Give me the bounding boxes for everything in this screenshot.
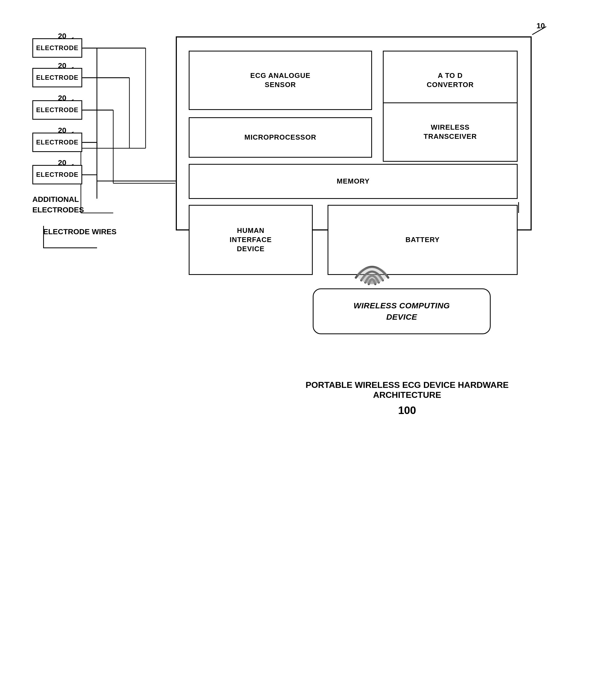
electrode-wires-line-h [43,247,97,248]
wireless-transceiver-box: WIRELESSTRANSCEIVER [383,103,518,162]
ecg-sensor-label: ECG ANALOGUESENSOR [250,71,310,89]
wireless-computing-device-label: WIRELESS COMPUTINGDEVICE [353,300,450,323]
wifi-icon [345,251,399,286]
hid-label: HUMANINTERFACEDEVICE [230,226,272,253]
wireless-computing-device-box: WIRELESS COMPUTINGDEVICE [313,288,491,334]
electrode-5: ELECTRODE [32,165,82,184]
wire-5-h [82,174,97,175]
diagram-number: 100 [356,404,458,416]
wire-3-h [82,110,113,111]
hid-box: HUMANINTERFACEDEVICE [189,205,313,275]
footer-title: PORTABLE WIRELESS ECG DEVICE HARDWARE AR… [286,380,529,400]
atod-box: A TO DCONVERTOR [383,51,518,110]
wireless-transceiver-label: WIRELESSTRANSCEIVER [424,123,477,141]
electrode-1: ELECTRODE [32,38,82,58]
battery-label: BATTERY [405,235,440,244]
microprocessor-box: MICROPROCESSOR [189,117,372,158]
electrode-2: ELECTRODE [32,68,82,87]
ecg-sensor-box: ECG ANALOGUESENSOR [189,51,372,110]
wire-1-h [82,48,146,49]
memory-label: MEMORY [337,177,370,186]
svg-point-18 [365,279,379,284]
electrode-3: ELECTRODE [32,100,82,120]
wire-4-h [82,142,97,143]
microprocessor-label: MICROPROCESSOR [245,133,316,142]
memory-box: MEMORY [189,164,518,199]
wire-bus-to-device [96,181,176,181]
electrode-wires-line-v [43,226,44,247]
ref-90-v [518,202,519,213]
additional-electrodes-label: ADDITIONALELECTRODES [32,194,84,215]
electrode-wires-label: ELECTRODE WIRES [43,226,116,237]
electrode-4: ELECTRODE [32,133,82,152]
atod-label: A TO DCONVERTOR [427,71,474,89]
wire-2-h [82,77,130,78]
